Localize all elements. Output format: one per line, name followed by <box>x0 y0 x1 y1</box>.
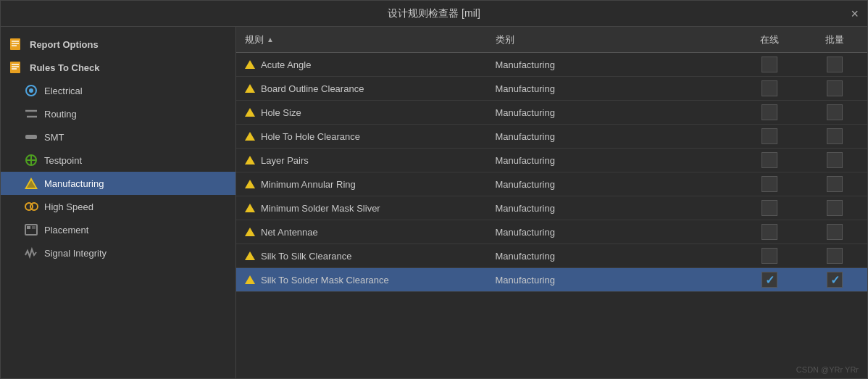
batch-cell[interactable] <box>802 57 867 72</box>
online-checkbox[interactable] <box>761 80 777 96</box>
svg-rect-4 <box>10 62 20 73</box>
sidebar-item-report-options[interactable]: Report Options <box>1 33 235 56</box>
electrical-icon <box>24 83 38 98</box>
batch-checkbox[interactable] <box>827 128 843 144</box>
sidebar-item-testpoint[interactable]: Testpoint <box>1 149 235 172</box>
col-header-batch: 批量 <box>802 33 867 46</box>
online-cell[interactable] <box>737 224 802 240</box>
sidebar-item-signal-integrity[interactable]: Signal Integrity <box>1 241 235 265</box>
batch-checkbox[interactable] <box>827 176 843 192</box>
sidebar-item-label: Placement <box>44 225 88 236</box>
category-cell: Manufacturing <box>487 251 738 262</box>
svg-rect-2 <box>12 43 19 44</box>
batch-cell[interactable] <box>802 248 867 264</box>
batch-checkbox[interactable] <box>827 224 843 240</box>
sidebar-item-label: High Speed <box>44 201 93 212</box>
col-header-rule[interactable]: 规则▲ <box>236 33 487 46</box>
table-row[interactable]: Minimum Solder Mask SliverManufacturing <box>236 196 867 220</box>
sidebar-item-manufacturing[interactable]: Manufacturing <box>1 172 235 195</box>
svg-rect-3 <box>12 45 17 46</box>
rule-icon <box>245 251 255 260</box>
category-cell: Manufacturing <box>487 107 738 118</box>
batch-checkbox[interactable] <box>827 200 843 216</box>
online-checkbox[interactable] <box>761 57 777 72</box>
online-cell[interactable] <box>737 80 802 96</box>
table-row[interactable]: Net AntennaeManufacturing <box>236 220 867 244</box>
online-checkbox[interactable] <box>761 200 777 216</box>
online-cell[interactable] <box>737 57 802 72</box>
batch-cell[interactable]: ✓ <box>802 272 867 288</box>
batch-checkbox[interactable] <box>827 57 843 72</box>
sidebar-item-label: Report Options <box>30 39 99 50</box>
table-row[interactable]: Silk To Silk ClearanceManufacturing <box>236 244 867 268</box>
table-body: Acute AngleManufacturingBoard Outline Cl… <box>236 53 867 378</box>
table-row[interactable]: Acute AngleManufacturing <box>236 53 867 77</box>
table-row[interactable]: Hole SizeManufacturing <box>236 101 867 125</box>
batch-cell[interactable] <box>802 176 867 192</box>
online-checkbox[interactable] <box>761 128 777 144</box>
sidebar-item-high-speed[interactable]: High Speed <box>1 195 235 218</box>
batch-cell[interactable] <box>802 128 867 144</box>
col-header-online: 在线 <box>737 33 802 46</box>
batch-checkbox[interactable] <box>827 80 843 96</box>
sidebar-item-label: Electrical <box>44 86 83 96</box>
online-cell[interactable] <box>737 176 802 192</box>
online-checkbox[interactable]: ✓ <box>761 272 777 288</box>
sidebar-item-rules-to-check[interactable]: Rules To Check <box>1 56 235 79</box>
manufacturing-icon <box>24 176 38 191</box>
rule-name-cell: Board Outline Clearance <box>236 83 487 94</box>
table-row[interactable]: Board Outline ClearanceManufacturing <box>236 77 867 101</box>
sidebar-item-placement[interactable]: Placement <box>1 218 235 241</box>
category-cell: Manufacturing <box>487 155 738 166</box>
batch-cell[interactable] <box>802 200 867 216</box>
rule-name-cell: Minimum Annular Ring <box>236 179 487 190</box>
online-cell[interactable] <box>737 104 802 120</box>
batch-checkbox[interactable] <box>827 248 843 264</box>
online-cell[interactable] <box>737 152 802 168</box>
rule-icon <box>245 275 255 284</box>
rule-icon <box>245 132 255 141</box>
table-row[interactable]: Layer PairsManufacturing <box>236 149 867 172</box>
online-checkbox[interactable] <box>761 248 777 264</box>
sidebar-item-electrical[interactable]: Electrical <box>1 79 235 102</box>
watermark: CSDN @YRr YRr <box>796 365 859 374</box>
sidebar-item-smt[interactable]: SMT <box>1 125 235 149</box>
online-cell[interactable]: ✓ <box>737 272 802 288</box>
sidebar-item-label: Manufacturing <box>44 178 104 189</box>
batch-checkbox[interactable] <box>827 104 843 120</box>
table-row[interactable]: Silk To Solder Mask ClearanceManufacturi… <box>236 268 867 292</box>
batch-cell[interactable] <box>802 104 867 120</box>
online-cell[interactable] <box>737 200 802 216</box>
online-checkbox[interactable] <box>761 152 777 168</box>
online-checkbox[interactable] <box>761 176 777 192</box>
rule-icon <box>245 204 255 212</box>
table-row[interactable]: Hole To Hole ClearanceManufacturing <box>236 125 867 149</box>
category-cell: Manufacturing <box>487 179 738 190</box>
table-row[interactable]: Minimum Annular RingManufacturing <box>236 172 867 196</box>
routing-icon <box>24 107 38 121</box>
batch-checkbox[interactable] <box>827 152 843 168</box>
svg-rect-12 <box>25 135 37 139</box>
batch-cell[interactable] <box>802 152 867 168</box>
online-checkbox[interactable] <box>761 104 777 120</box>
close-button[interactable]: × <box>851 7 859 20</box>
sidebar: Report OptionsRules To CheckElectricalRo… <box>1 27 236 378</box>
main-content: 规则▲类别在线批量 Acute AngleManufacturingBoard … <box>236 27 867 378</box>
online-cell[interactable] <box>737 128 802 144</box>
sidebar-item-routing[interactable]: Routing <box>1 102 235 125</box>
batch-cell[interactable] <box>802 80 867 96</box>
rule-name: Board Outline Clearance <box>261 83 364 94</box>
rule-name-cell: Minimum Solder Mask Sliver <box>236 203 487 214</box>
sidebar-item-label: Testpoint <box>44 155 82 166</box>
rule-name: Acute Angle <box>261 59 311 70</box>
col-header-category: 类别 <box>487 33 738 46</box>
batch-checkbox[interactable]: ✓ <box>827 272 843 288</box>
category-cell: Manufacturing <box>487 83 738 94</box>
batch-cell[interactable] <box>802 224 867 240</box>
category-cell: Manufacturing <box>487 275 738 286</box>
sidebar-item-label: Routing <box>44 109 77 120</box>
online-checkbox[interactable] <box>761 224 777 240</box>
online-cell[interactable] <box>737 248 802 264</box>
rule-name-cell: Acute Angle <box>236 59 487 70</box>
svg-rect-1 <box>12 41 19 42</box>
